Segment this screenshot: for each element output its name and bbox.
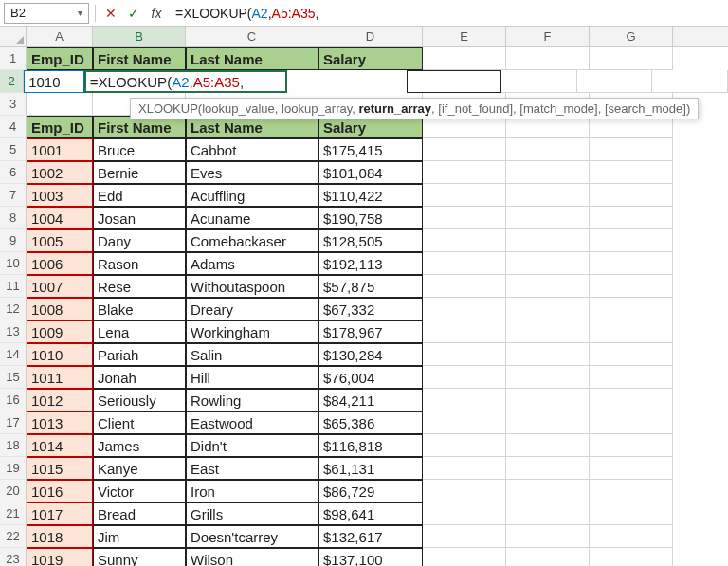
cell-B15[interactable]: Jonah [93,366,186,389]
row-header-2[interactable]: 2 [0,70,24,93]
cell-C7[interactable]: Acuffling [186,184,318,207]
cell-A17[interactable]: 1013 [27,411,93,434]
row-header-20[interactable]: 20 [0,480,27,502]
cell-A14[interactable]: 1010 [27,343,93,366]
row-header-23[interactable]: 23 [0,548,27,566]
cell-D13[interactable]: $178,967 [318,320,423,343]
cell-C11[interactable]: Withoutaspoon [186,275,318,298]
cell-C21[interactable]: Grills [186,502,318,525]
cell-B9[interactable]: Dany [93,229,186,252]
cell-F1[interactable] [506,47,590,70]
cell-C8[interactable]: Acuname [186,207,318,229]
cell-B7[interactable]: Edd [93,184,186,207]
cell-F19[interactable] [506,457,590,480]
cell-E14[interactable] [423,343,506,366]
row-header-8[interactable]: 8 [0,207,27,229]
cell-F8[interactable] [506,207,590,229]
cell-D21[interactable]: $98,641 [318,502,423,525]
cell-A21[interactable]: 1017 [27,502,93,525]
col-header-G[interactable]: G [590,27,673,46]
cell-F16[interactable] [506,389,590,411]
col-header-D[interactable]: D [318,27,423,46]
row-header-15[interactable]: 15 [0,366,27,389]
cell-G14[interactable] [590,343,673,366]
cell-F20[interactable] [506,480,590,502]
cell-A13[interactable]: 1009 [27,320,93,343]
cell-C15[interactable]: Hill [186,366,318,389]
cell-G11[interactable] [590,275,673,298]
col-header-F[interactable]: F [506,27,590,46]
cell-D22[interactable]: $132,617 [318,525,423,548]
cell-B23[interactable]: Sunny [93,548,186,566]
cell-B5[interactable]: Bruce [93,138,186,161]
cell-F21[interactable] [506,502,590,525]
row-header-1[interactable]: 1 [0,47,27,70]
cell-A9[interactable]: 1005 [27,229,93,252]
cell-D7[interactable]: $110,422 [318,184,423,207]
cell-B6[interactable]: Bernie [93,161,186,184]
cell-D18[interactable]: $116,818 [318,434,423,457]
cell-D23[interactable]: $137,100 [318,548,423,566]
cell-G21[interactable] [590,502,673,525]
cell-C22[interactable]: Doesn'tcarrey [186,525,318,548]
cell-E23[interactable] [423,548,506,566]
cell-D6[interactable]: $101,084 [318,161,423,184]
cell-E16[interactable] [423,389,506,411]
cell-E18[interactable] [423,434,506,457]
cell-B8[interactable]: Josan [93,207,186,229]
cell-G5[interactable] [590,138,673,161]
cell-A18[interactable]: 1014 [27,434,93,457]
cell-C14[interactable]: Salin [186,343,318,366]
cell-E22[interactable] [423,525,506,548]
cell-F15[interactable] [506,366,590,389]
cell-F18[interactable] [506,434,590,457]
cell-A5[interactable]: 1001 [27,138,93,161]
cell-G1[interactable] [590,47,673,70]
cell-B14[interactable]: Pariah [93,343,186,366]
cell-D5[interactable]: $175,415 [318,138,423,161]
cell-A7[interactable]: 1003 [27,184,93,207]
cell-B18[interactable]: James [93,434,186,457]
cell-B19[interactable]: Kanye [93,457,186,480]
cell-B20[interactable]: Victor [93,480,186,502]
col-header-E[interactable]: E [423,27,506,46]
cell-D19[interactable]: $61,131 [318,457,423,480]
cell-G8[interactable] [590,207,673,229]
cell-B10[interactable]: Rason [93,252,186,275]
cell-G6[interactable] [590,161,673,184]
row-header-22[interactable]: 22 [0,525,27,548]
cell-C17[interactable]: Eastwood [186,411,318,434]
tooltip-p3[interactable]: return_array [358,101,431,116]
cell-A2[interactable]: 1010 [24,70,84,93]
row-header-18[interactable]: 18 [0,434,27,457]
cell-D20[interactable]: $86,729 [318,480,423,502]
cell-A1[interactable]: Emp_ID [27,47,93,70]
col-header-A[interactable]: A [27,27,93,46]
cell-D1[interactable]: Salary [318,47,423,70]
cell-G9[interactable] [590,229,673,252]
cell-E6[interactable] [423,161,506,184]
cell-F23[interactable] [506,548,590,566]
cell-A3[interactable] [27,93,93,116]
cell-G17[interactable] [590,411,673,434]
cell-F22[interactable] [506,525,590,548]
cell-C18[interactable]: Didn't [186,434,318,457]
cell-B13[interactable]: Lena [93,320,186,343]
cell-B22[interactable]: Jim [93,525,186,548]
cell-C23[interactable]: Wilson [186,548,318,566]
row-header-10[interactable]: 10 [0,252,27,275]
cell-D2[interactable] [407,70,500,93]
cell-G2[interactable] [652,70,728,93]
cell-G12[interactable] [590,298,673,320]
cell-A4[interactable]: Emp_ID [27,116,93,138]
cell-A12[interactable]: 1008 [27,298,93,320]
cell-E1[interactable] [423,47,506,70]
cell-C1[interactable]: Last Name [186,47,318,70]
select-all-corner[interactable] [0,27,27,46]
cell-E11[interactable] [423,275,506,298]
cell-D14[interactable]: $130,284 [318,343,423,366]
cell-D17[interactable]: $65,386 [318,411,423,434]
row-header-4[interactable]: 4 [0,116,27,138]
cell-C12[interactable]: Dreary [186,298,318,320]
cell-F2[interactable] [577,70,653,93]
